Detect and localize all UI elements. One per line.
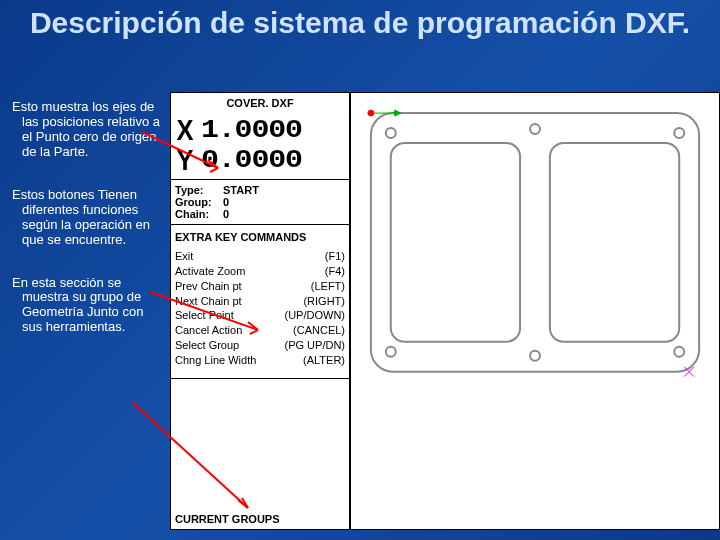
svg-rect-8 [550, 143, 679, 342]
axis-y-row: Y 0.0000 [175, 145, 345, 175]
cmd-select-point[interactable]: Select Point(UP/DOWN) [175, 308, 345, 323]
cmd-zoom[interactable]: Activate Zoom(F4) [175, 264, 345, 279]
svg-point-6 [530, 351, 540, 361]
divider [171, 179, 349, 180]
type-label: Type: [175, 184, 223, 196]
axis-x-value: 1.0000 [201, 115, 302, 145]
part-drawing [351, 93, 719, 529]
info-panel: COVER. DXF X 1.0000 Y 0.0000 Type: START… [170, 92, 350, 530]
divider [171, 224, 349, 225]
divider [171, 378, 349, 379]
cmd-select-group[interactable]: Select Group(PG UP/DN) [175, 338, 345, 353]
info-group: Group: 0 [175, 196, 345, 208]
svg-point-1 [386, 128, 396, 138]
sidebar-para-groups: En esta sección se muestra su grupo de G… [4, 276, 164, 336]
extra-key-commands-header: EXTRA KEY COMMANDS [175, 231, 345, 243]
info-type: Type: START [175, 184, 345, 196]
sidebar-para-axes: Esto muestra los ejes de las posiciones … [4, 100, 164, 160]
svg-point-2 [674, 128, 684, 138]
axis-y-value: 0.0000 [201, 145, 302, 175]
svg-point-4 [674, 347, 684, 357]
svg-point-10 [368, 110, 374, 116]
page-title: Descripción de sistema de programación D… [0, 0, 720, 41]
cmd-line-width[interactable]: Chng Line Width(ALTER) [175, 353, 345, 368]
sidebar: Esto muestra los ejes de las posiciones … [0, 92, 170, 540]
sidebar-para-buttons: Estos botones Tienen diferentes funcione… [4, 188, 164, 248]
svg-point-3 [386, 347, 396, 357]
axis-x-row: X 1.0000 [175, 115, 345, 145]
group-value: 0 [223, 196, 229, 208]
drawing-canvas[interactable] [350, 92, 720, 530]
svg-point-5 [530, 124, 540, 134]
type-value: START [223, 184, 259, 196]
cmd-prev-chain[interactable]: Prev Chain pt(LEFT) [175, 279, 345, 294]
axis-y-label: Y [177, 145, 194, 175]
chain-label: Chain: [175, 208, 223, 220]
cmd-next-chain[interactable]: Next Chain pt(RIGHT) [175, 294, 345, 309]
filename-label: COVER. DXF [175, 97, 345, 109]
svg-rect-0 [371, 113, 699, 372]
cmd-cancel[interactable]: Cancel Action(CANCEL) [175, 323, 345, 338]
cmd-exit[interactable]: Exit(F1) [175, 249, 345, 264]
chain-value: 0 [223, 208, 229, 220]
current-groups-label: CURRENT GROUPS [175, 513, 280, 525]
group-label: Group: [175, 196, 223, 208]
info-chain: Chain: 0 [175, 208, 345, 220]
svg-rect-7 [391, 143, 520, 342]
axis-x-label: X [177, 115, 194, 145]
